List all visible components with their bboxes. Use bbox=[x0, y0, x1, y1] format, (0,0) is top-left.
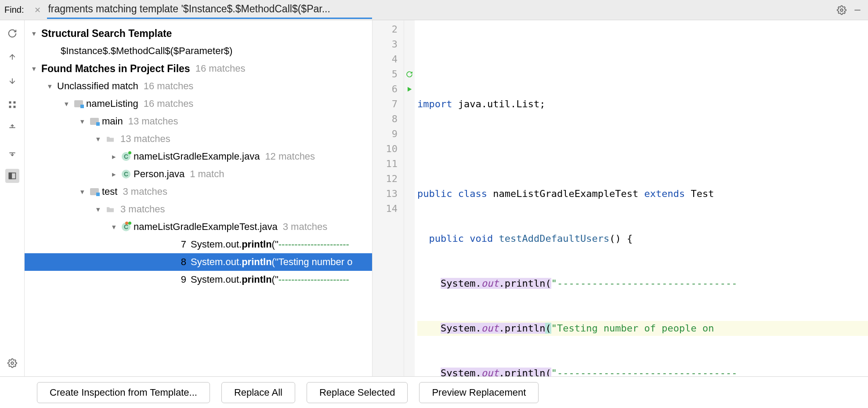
node-label: nameListGradleExampleTest.java bbox=[134, 221, 278, 233]
line-number: 14 bbox=[373, 201, 404, 216]
line-number: 11 bbox=[373, 157, 404, 171]
node-label: test bbox=[102, 186, 117, 197]
file-node[interactable]: ▸ C nameListGradleExample.java 12 matche… bbox=[25, 148, 372, 165]
create-inspection-button[interactable]: Create Inspection from Template... bbox=[37, 382, 210, 403]
chevron-down-icon: ▾ bbox=[77, 117, 87, 126]
editor-preview: 2 3 4 5 6 7 8 9 10 11 12 13 14 import ja… bbox=[373, 20, 868, 376]
main-src-node[interactable]: ▾ main 13 matches bbox=[25, 113, 372, 130]
structural-search-template-node[interactable]: ▾ Structural Search Template bbox=[25, 25, 372, 42]
match-count: 16 matches bbox=[144, 80, 194, 92]
svg-rect-5 bbox=[13, 106, 15, 108]
test-folder-node[interactable]: ▾ 3 matches bbox=[25, 200, 372, 218]
match-count: 16 matches bbox=[195, 63, 246, 74]
test-src-node[interactable]: ▾ test 3 matches bbox=[25, 183, 372, 200]
class-icon: C bbox=[121, 222, 131, 232]
refresh-icon[interactable] bbox=[5, 26, 19, 40]
node-label: Unclassified match bbox=[57, 80, 138, 92]
topbar: Find: ✕ bbox=[0, 0, 868, 20]
svg-point-0 bbox=[840, 9, 843, 11]
gear-icon[interactable] bbox=[835, 4, 848, 16]
arrow-up-icon[interactable] bbox=[5, 50, 19, 64]
match-count: 1 match bbox=[190, 168, 224, 180]
node-label: nameListing bbox=[86, 98, 138, 109]
line-number: 2 bbox=[373, 22, 404, 37]
settings-icon[interactable] bbox=[5, 356, 19, 370]
close-query-icon[interactable]: ✕ bbox=[32, 5, 43, 15]
arrow-down-icon[interactable] bbox=[5, 74, 19, 88]
minimize-icon[interactable] bbox=[851, 4, 864, 16]
match-count: 3 matches bbox=[123, 186, 167, 197]
bottom-bar: Create Inspection from Template... Repla… bbox=[0, 376, 868, 408]
svg-rect-3 bbox=[13, 102, 15, 104]
match-line[interactable]: 7 System.out.println("------------------… bbox=[25, 236, 372, 253]
collapse-all-icon[interactable] bbox=[5, 145, 19, 159]
file-node[interactable]: ▸ C Person.java 1 match bbox=[25, 165, 372, 183]
line-number: 13 bbox=[373, 186, 404, 201]
match-count: 3 matches bbox=[283, 221, 328, 233]
node-label: main bbox=[102, 116, 123, 127]
find-label: Find: bbox=[4, 5, 24, 15]
run-gutter-icon[interactable] bbox=[404, 82, 415, 97]
class-icon: C bbox=[121, 169, 131, 179]
line-number: 4 bbox=[373, 52, 404, 67]
chevron-right-icon: ▸ bbox=[109, 170, 119, 179]
folder-icon bbox=[105, 134, 115, 144]
module-icon bbox=[90, 117, 99, 126]
match-count: 13 matches bbox=[120, 133, 170, 145]
class-icon: C bbox=[121, 152, 131, 161]
node-label: Found Matches in Project Files bbox=[41, 63, 190, 75]
line-number: 8 bbox=[373, 112, 404, 127]
svg-rect-7 bbox=[9, 173, 11, 178]
match-count: 16 matches bbox=[144, 98, 194, 109]
module-icon bbox=[74, 99, 83, 109]
main-area: ▾ Structural Search Template $Instance$.… bbox=[0, 20, 868, 376]
svg-rect-2 bbox=[9, 102, 11, 104]
match-code: System.out.println("--------------------… bbox=[191, 239, 349, 250]
line-number: 6 bbox=[373, 82, 404, 97]
chevron-down-icon: ▾ bbox=[93, 205, 103, 214]
folder-icon bbox=[105, 204, 115, 214]
match-count: 13 matches bbox=[128, 116, 178, 127]
match-count: 3 matches bbox=[120, 204, 165, 215]
chevron-down-icon: ▾ bbox=[61, 99, 71, 109]
grid-icon[interactable] bbox=[5, 98, 19, 112]
line-number: 5 bbox=[373, 67, 404, 82]
line-number: 3 bbox=[373, 37, 404, 52]
found-matches-node[interactable]: ▾ Found Matches in Project Files 16 matc… bbox=[25, 60, 372, 77]
file-node[interactable]: ▾ C nameListGradleExampleTest.java 3 mat… bbox=[25, 218, 372, 236]
match-line-selected[interactable]: 8 System.out.println("Testing number o bbox=[25, 253, 372, 271]
replace-selected-button[interactable]: Replace Selected bbox=[307, 382, 408, 403]
match-code: System.out.println("--------------------… bbox=[191, 274, 349, 285]
match-count: 12 matches bbox=[265, 151, 315, 162]
expand-all-icon[interactable] bbox=[5, 121, 19, 135]
line-number: 7 bbox=[373, 97, 404, 112]
editor-code[interactable]: import java.util.List; public class name… bbox=[415, 20, 868, 376]
chevron-right-icon: ▸ bbox=[109, 152, 119, 161]
line-number: 12 bbox=[373, 171, 404, 186]
project-node[interactable]: ▾ nameListing 16 matches bbox=[25, 95, 372, 113]
node-label: Person.java bbox=[134, 168, 184, 180]
preview-replacement-button[interactable]: Preview Replacement bbox=[419, 382, 539, 403]
recursive-gutter-icon[interactable] bbox=[404, 67, 415, 82]
match-line[interactable]: 9 System.out.println("------------------… bbox=[25, 271, 372, 288]
template-body-node[interactable]: $Instance$.$MethodCall$($Parameter$) bbox=[25, 42, 372, 60]
unclassified-node[interactable]: ▾ Unclassified match 16 matches bbox=[25, 77, 372, 95]
line-number: 7 bbox=[178, 239, 186, 250]
chevron-down-icon: ▾ bbox=[109, 222, 119, 232]
line-number: 10 bbox=[373, 142, 404, 157]
preview-pane-icon[interactable] bbox=[5, 169, 19, 183]
module-icon bbox=[90, 187, 99, 197]
editor-gutter: 2 3 4 5 6 7 8 9 10 11 12 13 14 bbox=[373, 20, 404, 376]
main-folder-node[interactable]: ▾ 13 matches bbox=[25, 130, 372, 148]
line-number: 9 bbox=[178, 274, 186, 285]
node-label: $Instance$.$MethodCall$($Parameter$) bbox=[61, 45, 232, 57]
chevron-down-icon: ▾ bbox=[29, 29, 39, 38]
line-number: 9 bbox=[373, 127, 404, 142]
chevron-down-icon: ▾ bbox=[29, 64, 39, 73]
results-tree-panel: ▾ Structural Search Template $Instance$.… bbox=[25, 20, 373, 376]
line-number: 8 bbox=[178, 256, 186, 268]
replace-all-button[interactable]: Replace All bbox=[221, 382, 295, 403]
chevron-down-icon: ▾ bbox=[45, 82, 54, 91]
search-query-input[interactable] bbox=[47, 1, 372, 19]
svg-point-8 bbox=[11, 362, 14, 364]
